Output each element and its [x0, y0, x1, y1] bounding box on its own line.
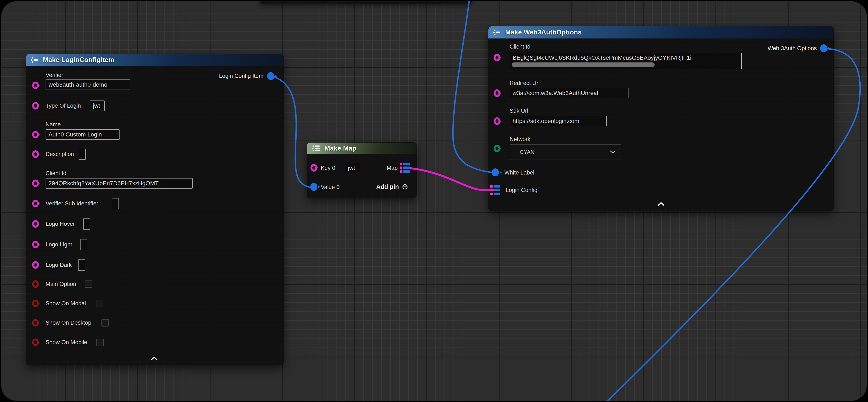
blueprint-graph-canvas[interactable]: Make LoginConfigItem Login Config Item V…	[1, 1, 867, 401]
add-pin-button[interactable]: Add pin ⊕	[376, 183, 408, 191]
chevron-down-icon	[610, 150, 616, 154]
client-id-input[interactable]: BEglQSgt4cUWcj6SKRdu5QkOXTsePmMcusG5EAoy…	[509, 53, 742, 69]
pin-logo-hover[interactable]	[32, 220, 39, 228]
pin-label-verifier: Verifier	[45, 72, 63, 79]
type-of-login-input[interactable]: jwt	[90, 100, 104, 111]
node-make-web3authoptions[interactable]: Make Web3AuthOptions Web 3Auth Options C…	[488, 26, 834, 211]
node-header[interactable]: Make Map	[307, 143, 416, 154]
pin-show-on-mobile[interactable]	[32, 339, 39, 346]
pin-label-white-label: White Label	[504, 169, 534, 176]
pin-label-sdk-url: Sdk Url	[509, 108, 528, 114]
node-header[interactable]: Make Web3AuthOptions	[488, 26, 834, 38]
pin-sdk-url[interactable]	[494, 117, 500, 125]
plus-circle-icon: ⊕	[402, 183, 408, 191]
verifier-input[interactable]: web3auth-auth0-demo	[45, 80, 130, 90]
make-struct-icon	[493, 28, 501, 36]
pin-label-name: Name	[45, 121, 61, 128]
pin-main-option[interactable]	[32, 280, 39, 288]
show-on-desktop-checkbox[interactable]	[101, 319, 109, 326]
description-input[interactable]	[79, 149, 86, 160]
pin-label-redirect-url: Redirect Url	[509, 80, 540, 86]
pin-login-config[interactable]	[490, 185, 501, 195]
pin-network[interactable]	[494, 145, 500, 152]
pin-label-verifier-sub-identifier: Verifier Sub Identifier	[45, 200, 98, 207]
offscreen-node-bottom-edge[interactable]	[260, 1, 472, 4]
pin-client-id[interactable]	[494, 54, 500, 61]
pin-label-client-id: Client Id	[45, 170, 66, 177]
network-dropdown[interactable]: CYAN	[509, 144, 621, 160]
output-pin-web3auth-options[interactable]	[820, 45, 827, 52]
wire-map-to-login-config[interactable]	[410, 168, 494, 190]
pin-redirect-url[interactable]	[494, 89, 500, 97]
logo-hover-input[interactable]	[83, 219, 90, 230]
wire-offscreen-to-white-label[interactable]	[453, 1, 494, 173]
sdk-url-input[interactable]: https://sdk.openlogin.com	[509, 116, 607, 126]
pin-show-on-desktop[interactable]	[32, 319, 39, 326]
node-make-loginconfigitem[interactable]: Make LoginConfigItem Login Config Item V…	[26, 54, 284, 365]
pin-label-show-on-desktop: Show On Desktop	[45, 320, 91, 326]
show-on-modal-checkbox[interactable]	[96, 300, 103, 307]
output-pin-map[interactable]	[400, 163, 410, 173]
redirect-url-input[interactable]: w3a://com.w3a.Web3AuthUnreal	[509, 88, 629, 98]
client-id-value: BEglQSgt4cUWcj6SKRdu5QkOXTsePmMcusG5EAoy…	[513, 54, 691, 61]
pin-label-description: Description	[45, 151, 74, 157]
collapse-advanced-chevron-icon[interactable]	[151, 356, 158, 361]
output-pin-label: Login Config Item	[219, 73, 264, 79]
pin-label-client-id: Client Id	[509, 44, 530, 50]
pin-label-show-on-modal: Show On Modal	[45, 300, 86, 307]
logo-light-input[interactable]	[81, 239, 87, 250]
name-input[interactable]: Auth0 Custom Login	[45, 129, 120, 140]
main-option-checkbox[interactable]	[85, 281, 92, 288]
node-header[interactable]: Make LoginConfigItem	[26, 54, 284, 66]
add-pin-label: Add pin	[376, 183, 399, 190]
pin-label-type-of-login: Type Of Login	[45, 103, 81, 109]
pin-label-value-0: Value 0	[321, 184, 340, 191]
pin-type-of-login[interactable]	[32, 102, 39, 110]
client-id-horizontal-scrollbar[interactable]	[512, 62, 655, 67]
node-title: Make LoginConfigItem	[43, 56, 114, 64]
make-map-icon	[312, 144, 321, 153]
pin-label-logo-dark: Logo Dark	[45, 262, 72, 268]
pin-description[interactable]	[32, 150, 39, 158]
pin-logo-dark[interactable]	[32, 261, 39, 269]
pin-key-0[interactable]	[310, 164, 317, 172]
pin-verifier[interactable]	[32, 82, 39, 89]
pin-logo-light[interactable]	[32, 241, 39, 248]
pin-client-id[interactable]	[32, 179, 39, 187]
pin-label-login-config: Login Config	[506, 187, 537, 194]
node-title: Make Map	[324, 145, 356, 152]
pin-label-logo-light: Logo Light	[45, 241, 72, 248]
pin-value-0[interactable]	[310, 183, 317, 191]
key-0-input[interactable]: jwt	[345, 163, 360, 173]
pin-label-network: Network	[509, 136, 530, 143]
node-make-map[interactable]: Make Map Key 0 jwt Map Value 0 Add pin ⊕	[307, 143, 416, 198]
network-selected-value: CYAN	[520, 149, 534, 155]
pin-label-key-0: Key 0	[321, 165, 335, 171]
show-on-mobile-checkbox[interactable]	[96, 339, 104, 346]
verifier-sub-identifier-input[interactable]	[112, 198, 119, 209]
node-title: Make Web3AuthOptions	[505, 29, 582, 36]
pin-label-show-on-mobile: Show On Mobile	[45, 339, 87, 346]
pin-white-label[interactable]	[492, 168, 499, 176]
pin-label-logo-hover: Logo Hover	[45, 221, 75, 227]
collapse-advanced-chevron-icon[interactable]	[658, 202, 664, 206]
blueprint-editor-frame: Make LoginConfigItem Login Config Item V…	[0, 0, 868, 402]
pin-label-main-option: Main Option	[45, 281, 76, 287]
output-pin-login-config-item[interactable]	[267, 72, 274, 80]
logo-dark-input[interactable]	[78, 259, 85, 270]
pin-verifier-sub-identifier[interactable]	[32, 200, 39, 207]
pin-name[interactable]	[32, 131, 39, 138]
make-struct-icon	[31, 56, 39, 64]
pin-show-on-modal[interactable]	[32, 299, 39, 307]
client-id-input[interactable]: 294QRkchfq2YaXUbPri7D6PH7xzHgQMT	[45, 178, 193, 189]
output-pin-label: Map	[386, 165, 398, 171]
output-pin-label: Web 3Auth Options	[768, 45, 817, 52]
